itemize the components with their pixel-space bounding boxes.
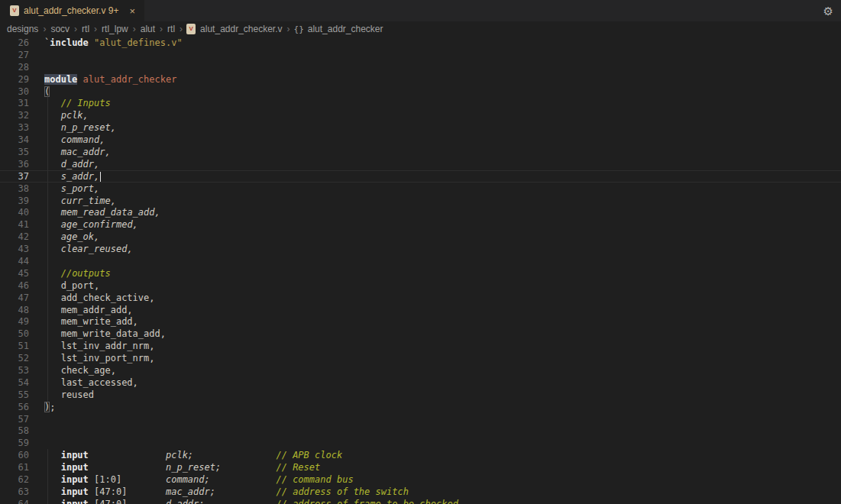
code-text: input [47:0] mac_addr; // address of the… [44,486,409,497]
code-line-45[interactable]: 45 //outputs [0,267,841,279]
code-editor[interactable]: 26`include "alut_defines.v"272829module … [0,37,841,504]
code-line-30[interactable]: 30( [0,86,841,98]
code-token: command; [166,474,210,485]
code-line-34[interactable]: 34 command, [0,134,841,146]
line-number: 53 [0,365,29,376]
code-line-62[interactable]: 62 input [1:0] command; // command bus [0,473,841,486]
code-token: module [44,74,77,85]
code-line-64[interactable]: 64 input [47:0] d_addr; // address of fr… [0,498,841,504]
breadcrumb-item-designs[interactable]: designs [6,24,39,34]
code-line-56[interactable]: 56); [0,401,841,413]
code-text: `include "alut_defines.v" [44,37,183,48]
code-line-38[interactable]: 38 s_port, [0,183,841,195]
chevron-right-icon: › [94,24,97,34]
code-token [44,231,61,242]
tab-alut-addr-checker[interactable]: V alut_addr_checker.v 9+ × [0,0,144,21]
code-text: reused [44,389,94,400]
code-token: input [61,474,89,485]
code-token [77,74,82,85]
code-line-54[interactable]: 54 last_accessed, [0,376,841,389]
breadcrumb-item-rtl[interactable]: rtl [81,24,90,34]
code-line-46[interactable]: 46 d_port, [0,279,841,292]
breadcrumb: designs›socv›rtl›rtl_lpw›alut›rtl›Valut_… [0,21,841,37]
code-line-47[interactable]: 47 add_check_active, [0,292,841,304]
code-token [89,37,94,48]
code-line-28[interactable]: 28 [0,61,841,73]
code-line-40[interactable]: 40 mem_read_data_add, [0,206,841,218]
line-number: 31 [0,98,29,108]
breadcrumb-item-rtl_lpw[interactable]: rtl_lpw [101,24,129,34]
code-text: input pclk; // APB clock [44,450,342,460]
code-line-37[interactable]: 37 s_addr, [0,170,841,183]
code-token [44,110,61,121]
breadcrumb-item-socv[interactable]: socv [50,24,70,34]
line-number: 47 [0,292,29,303]
line-number: 40 [0,207,29,218]
code-token: // Reset [276,462,320,473]
code-line-26[interactable]: 26`include "alut_defines.v" [0,37,841,49]
code-token: lst_inv_port_nrm, [44,353,155,363]
code-text: s_addr, [44,171,101,182]
breadcrumb-item-alut_addr_checker[interactable]: alut_addr_checker [307,24,384,34]
breadcrumb-item-rtl[interactable]: rtl [167,24,176,34]
code-token [44,219,61,230]
code-token [44,486,61,497]
code-line-42[interactable]: 42 age_ok, [0,231,841,243]
breadcrumb-item-alut_addr_checker.v[interactable]: alut_addr_checker.v [199,24,283,34]
code-line-53[interactable]: 53 check_age, [0,364,841,376]
verilog-file-icon: V [186,24,196,34]
line-number: 64 [0,499,29,504]
code-line-63[interactable]: 63 input [47:0] mac_addr; // address of … [0,486,841,498]
code-line-29[interactable]: 29module alut_addr_checker [0,73,841,86]
code-line-49[interactable]: 49 mem_write_add, [0,315,841,328]
code-text: age_ok, [44,231,99,242]
breadcrumb-item-alut[interactable]: alut [140,24,156,34]
code-token: input [61,450,89,460]
code-line-27[interactable]: 27 [0,49,841,61]
code-line-32[interactable]: 32 pclk, [0,109,841,121]
code-text: lst_inv_addr_nrm, [44,341,155,351]
code-token: [1:0] [89,474,166,485]
code-line-58[interactable]: 58 [0,425,841,438]
line-number: 38 [0,183,29,194]
code-line-61[interactable]: 61 input n_p_reset; // Reset [0,461,841,473]
code-line-33[interactable]: 33 n_p_reset, [0,121,841,134]
code-token: input [61,486,89,497]
code-line-48[interactable]: 48 mem_addr_add, [0,304,841,316]
code-line-39[interactable]: 39 curr_time, [0,195,841,207]
code-token [44,159,61,170]
code-token: n_p_reset; [166,462,221,473]
code-text: check_age, [44,365,116,376]
line-number: 33 [0,122,29,133]
code-token: d_addr, [61,159,100,170]
line-number: 48 [0,305,29,315]
gear-icon[interactable]: ⚙ [823,5,833,17]
close-icon[interactable]: × [128,5,137,17]
code-text: last_accessed, [44,377,138,388]
code-token: pclk; [166,450,193,460]
code-line-60[interactable]: 60 input pclk; // APB clock [0,449,841,461]
code-line-41[interactable]: 41 age_confirmed, [0,218,841,231]
code-line-35[interactable]: 35 mac_addr, [0,146,841,158]
code-line-59[interactable]: 59 [0,437,841,449]
chevron-right-icon: › [43,24,46,34]
code-line-44[interactable]: 44 [0,255,841,267]
code-token: clear_reused, [61,244,133,254]
code-text: d_port, [44,280,99,291]
code-line-51[interactable]: 51 lst_inv_addr_nrm, [0,340,841,352]
line-number: 59 [0,438,29,448]
line-number: 41 [0,219,29,230]
code-line-50[interactable]: 50 mem_write_data_add, [0,328,841,340]
code-token: mem_write_add, [44,316,138,327]
code-token [44,474,61,485]
code-line-43[interactable]: 43 clear_reused, [0,243,841,255]
code-line-52[interactable]: 52 lst_inv_port_nrm, [0,352,841,364]
code-token [44,98,61,108]
code-line-57[interactable]: 57 [0,413,841,425]
code-line-55[interactable]: 55 reused [0,389,841,401]
line-number: 34 [0,134,29,145]
code-token [44,499,61,504]
code-line-31[interactable]: 31 // Inputs [0,97,841,109]
code-line-36[interactable]: 36 d_addr, [0,158,841,170]
line-number: 63 [0,486,29,497]
